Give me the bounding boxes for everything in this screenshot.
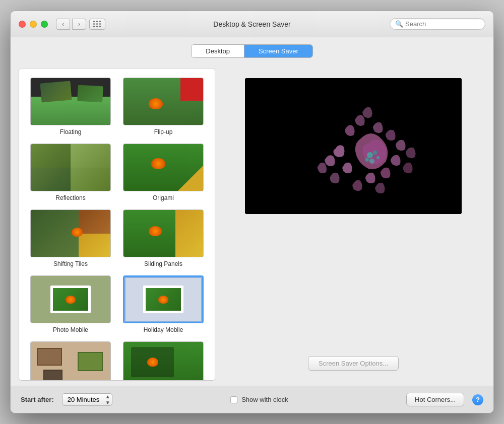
- thumb-ref-cell-2: [71, 144, 110, 168]
- list-item[interactable]: Flip-up: [117, 74, 210, 139]
- thumbnail-origami: [123, 144, 204, 191]
- thumb-b2-bug: [147, 358, 158, 367]
- thumb-shift-cell-2: [79, 210, 110, 234]
- thumbnail-floating: [30, 78, 111, 125]
- thumb-floating-img1: [40, 81, 72, 102]
- traffic-lights: [19, 21, 48, 28]
- svg-point-2: [367, 152, 373, 158]
- fractal-preview: [245, 78, 462, 214]
- svg-rect-0: [245, 78, 462, 214]
- list-item[interactable]: Floating: [24, 74, 117, 139]
- grid-view-button[interactable]: [89, 19, 105, 30]
- content-area: Floating Flip-up: [11, 63, 493, 386]
- tab-segment: Desktop Screen Saver: [191, 44, 312, 58]
- show-clock-area: Show with clock: [230, 396, 288, 403]
- list-item[interactable]: Photo Mobile: [24, 271, 117, 337]
- preview-panel: Screen Saver Options...: [221, 68, 485, 381]
- thumb-bottom1-bg: [31, 342, 110, 381]
- maximize-button[interactable]: [41, 21, 48, 28]
- thumb-photo-inner: [53, 288, 88, 311]
- thumb-photo-frame: [50, 286, 91, 313]
- thumbnail-bottom1: [30, 341, 111, 381]
- thumb-holiday-inner: [146, 288, 181, 311]
- list-item[interactable]: Ken Burns: [117, 337, 210, 381]
- thumb-sliding-bg: [123, 210, 203, 257]
- tab-screensaver[interactable]: Screen Saver: [244, 45, 312, 57]
- screen-saver-options-button[interactable]: Screen Saver Options...: [308, 356, 399, 371]
- search-bar[interactable]: 🔍: [390, 18, 485, 30]
- thumb-flipup-corner: [180, 78, 203, 101]
- screensaver-label: Reflections: [55, 194, 85, 201]
- tabs-row: Desktop Screen Saver: [11, 37, 493, 63]
- thumbnail-flipup: [123, 78, 204, 125]
- thumb-holiday-bg: [124, 277, 202, 322]
- thumb-floating-img2: [77, 85, 103, 103]
- close-button[interactable]: [19, 21, 26, 28]
- thumbnail-holiday-mobile: [123, 275, 204, 323]
- thumb-origami-fold: [178, 166, 203, 191]
- thumb-holiday-frame: [143, 286, 183, 313]
- thumb-ref-cell-3: [31, 168, 71, 191]
- screensaver-label: Shifting Tiles: [53, 260, 88, 267]
- thumb-photo-bug: [66, 296, 76, 304]
- help-button[interactable]: ?: [472, 394, 483, 405]
- thumb-b1-frame2: [43, 370, 62, 381]
- thumb-b1-frame1: [37, 348, 62, 366]
- thumb-sliding-bug: [149, 226, 162, 236]
- thumb-shift-cell-3: [79, 234, 110, 257]
- screensaver-grid: Floating Flip-up: [19, 68, 215, 381]
- thumb-b1-frame3: [78, 352, 103, 371]
- minimize-button[interactable]: [30, 21, 37, 28]
- preview-screen: [245, 78, 462, 214]
- thumb-holiday-bug: [158, 296, 168, 304]
- thumb-origami-bg: [123, 144, 203, 191]
- svg-point-6: [365, 158, 369, 162]
- screensaver-label: Flip-up: [154, 128, 173, 135]
- nav-buttons: ‹ ›: [56, 19, 86, 30]
- screensaver-label: Holiday Mobile: [144, 326, 183, 333]
- thumb-shifting-bug: [72, 228, 83, 237]
- hot-corners-button[interactable]: Hot Corners...: [406, 393, 464, 406]
- start-after-dropdown-wrap[interactable]: 20 Minutes 1 Minute 2 Minutes 5 Minutes …: [62, 393, 112, 406]
- list-item[interactable]: Vintage Prints: [24, 337, 117, 381]
- bottom-bar: Start after: 20 Minutes 1 Minute 2 Minut…: [11, 386, 493, 413]
- thumb-origami-bug: [151, 158, 165, 169]
- grid-icon: [93, 21, 101, 27]
- list-item[interactable]: Reflections: [24, 139, 117, 205]
- thumb-shifting-bg: [31, 210, 110, 257]
- thumbnail-sliding: [123, 209, 204, 257]
- thumbnail-shifting: [30, 209, 111, 257]
- thumb-flipup-bg: [123, 78, 203, 125]
- screensaver-label: Floating: [60, 128, 82, 135]
- list-item[interactable]: Sliding Panels: [117, 205, 210, 271]
- svg-point-4: [369, 159, 374, 164]
- show-clock-checkbox[interactable]: [230, 396, 237, 403]
- list-item[interactable]: Holiday Mobile: [117, 271, 210, 337]
- thumb-photo-mobile-bg: [31, 276, 110, 323]
- thumb-sliding-panel: [175, 210, 203, 257]
- forward-button[interactable]: ›: [72, 19, 86, 30]
- thumb-bottom2-bg: [123, 342, 203, 381]
- titlebar: ‹ › Desktop & Screen Saver 🔍: [11, 11, 493, 37]
- thumb-reflections-bg: [31, 144, 110, 191]
- tab-desktop[interactable]: Desktop: [192, 45, 244, 57]
- thumb-flipup-bug: [149, 98, 163, 109]
- svg-point-5: [376, 156, 380, 159]
- search-input[interactable]: [405, 20, 480, 28]
- thumb-ref-cell-4: [71, 168, 110, 191]
- thumbnail-bottom2: [123, 341, 204, 381]
- screensaver-label: Photo Mobile: [53, 326, 88, 333]
- list-item[interactable]: Shifting Tiles: [24, 205, 117, 271]
- thumbnail-reflections: [30, 144, 111, 191]
- screensaver-label: Origami: [153, 194, 174, 201]
- start-after-select[interactable]: 20 Minutes 1 Minute 2 Minutes 5 Minutes …: [62, 393, 112, 406]
- screensaver-list: Floating Flip-up: [19, 68, 215, 381]
- thumb-b2-frame: [131, 347, 174, 377]
- thumb-floating-bg: [31, 78, 110, 125]
- show-clock-label: Show with clock: [241, 396, 288, 403]
- window-title: Desktop & Screen Saver: [213, 20, 290, 28]
- start-after-label: Start after:: [21, 396, 54, 403]
- screensaver-label: Sliding Panels: [144, 260, 182, 267]
- back-button[interactable]: ‹: [56, 19, 70, 30]
- list-item[interactable]: Origami: [117, 139, 210, 205]
